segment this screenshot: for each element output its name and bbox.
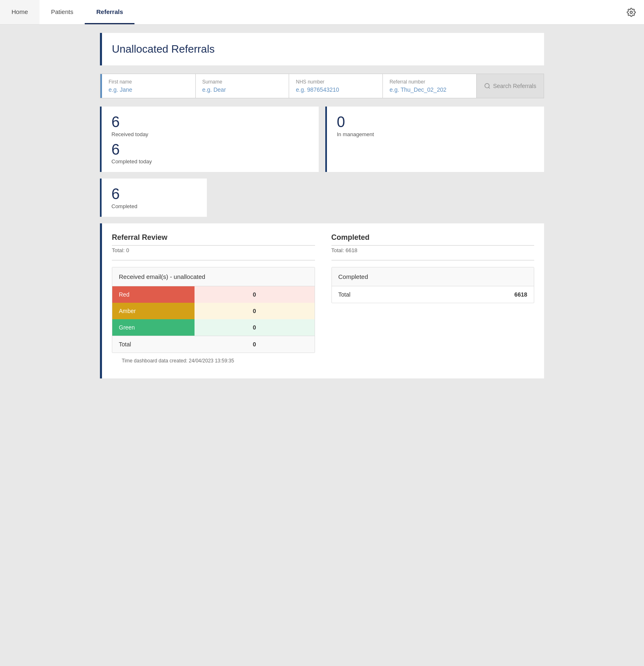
completed-col: Completed Total: 6618 Completed Total 66… [331, 233, 535, 353]
green-row: Green 0 [112, 319, 315, 336]
stat-card-completed: 6 Completed [100, 179, 207, 217]
nhs-number-field: NHS number [289, 74, 383, 98]
green-label: Green [112, 319, 195, 336]
svg-line-2 [489, 87, 490, 88]
dashboard-footer: Time dashboard data created: 24/04/2023 … [112, 353, 534, 369]
received-today-label: Received today [111, 131, 309, 137]
navigation: Home Patients Referrals [0, 0, 644, 25]
in-management-number: 0 [337, 114, 534, 130]
completed-col-title: Completed [331, 233, 535, 246]
page-container: Unallocated Referrals First name Surname… [96, 25, 548, 395]
completed-table-row: Total 6618 [332, 286, 534, 303]
total-row: Total 0 [112, 336, 315, 353]
surname-field: Surname [196, 74, 290, 98]
firstname-field: First name [100, 74, 196, 98]
red-row: Red 0 [112, 286, 315, 303]
search-row: First name Surname NHS number Referral n… [100, 74, 544, 98]
red-label: Red [112, 286, 195, 303]
search-referrals-button[interactable]: Search Referrals [477, 74, 544, 98]
stat-card-management: 0 In management [325, 107, 544, 172]
surname-label: Surname [202, 79, 283, 85]
referral-review-total: Total: 0 [112, 247, 315, 260]
referral-number-label: Referral number [389, 79, 470, 85]
nav-tab-home[interactable]: Home [0, 0, 39, 24]
referral-review-table: Received email(s) - unallocated Red 0 Am… [112, 267, 315, 353]
firstname-label: First name [109, 79, 189, 85]
completed-row-value: 6618 [514, 291, 527, 298]
total-row-value: 0 [195, 336, 315, 353]
amber-label: Amber [112, 303, 195, 319]
nhs-number-input[interactable] [296, 86, 376, 93]
page-title: Unallocated Referrals [112, 43, 534, 56]
gear-icon [627, 8, 636, 17]
stats-row: 6 Received today 6 Completed today 0 In … [100, 107, 544, 172]
svg-point-1 [485, 84, 489, 88]
nav-spacer [134, 0, 619, 24]
svg-point-0 [630, 11, 632, 14]
referral-review-title: Referral Review [112, 233, 315, 246]
completed-table-title: Completed [332, 267, 534, 286]
firstname-input[interactable] [109, 86, 189, 93]
red-value: 0 [195, 286, 315, 303]
stats-row-completed: 6 Completed [100, 179, 544, 217]
nav-tab-patients[interactable]: Patients [39, 0, 85, 24]
completed-table: Completed Total 6618 [331, 267, 535, 303]
completed-number: 6 [111, 186, 197, 202]
surname-input[interactable] [202, 86, 283, 93]
search-icon [484, 83, 491, 89]
completed-today-label: Completed today [111, 158, 309, 165]
completed-row-label: Total [338, 291, 514, 298]
completed-col-total: Total: 6618 [331, 247, 535, 260]
amber-value: 0 [195, 303, 315, 319]
completed-today-number: 6 [111, 142, 309, 158]
nav-tab-referrals[interactable]: Referrals [85, 0, 134, 24]
received-today-number: 6 [111, 114, 309, 130]
stat-card-received: 6 Received today 6 Completed today [100, 107, 319, 172]
referral-number-input[interactable] [389, 86, 470, 93]
referral-number-field: Referral number [383, 74, 477, 98]
review-grid: Referral Review Total: 0 Received email(… [112, 233, 534, 353]
completed-label: Completed [111, 203, 197, 209]
total-row-label: Total [112, 336, 195, 353]
referral-review-col: Referral Review Total: 0 Received email(… [112, 233, 315, 353]
in-management-label: In management [337, 131, 534, 137]
referral-review-table-title: Received email(s) - unallocated [112, 267, 315, 286]
nhs-number-label: NHS number [296, 79, 376, 85]
page-title-panel: Unallocated Referrals [100, 33, 544, 65]
green-value: 0 [195, 319, 315, 336]
settings-button[interactable] [619, 0, 644, 24]
review-section: Referral Review Total: 0 Received email(… [100, 223, 544, 378]
amber-row: Amber 0 [112, 303, 315, 319]
